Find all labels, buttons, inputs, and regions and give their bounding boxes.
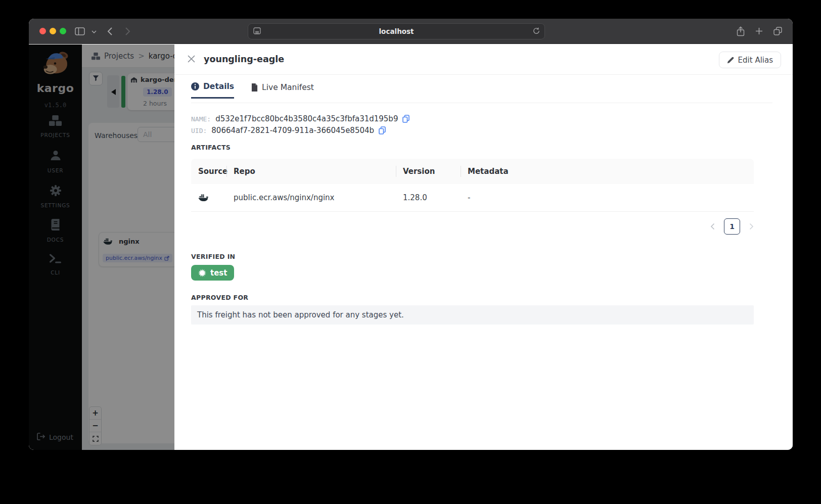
reload-icon[interactable] [533, 27, 540, 36]
stage-name: test [210, 268, 227, 278]
forward-button[interactable] [125, 27, 130, 36]
artifact-metadata: - [461, 193, 754, 202]
artifacts-heading: ARTIFACTS [191, 144, 231, 151]
zoom-window-button[interactable] [60, 28, 66, 34]
verification-burst-icon [198, 269, 206, 277]
new-tab-icon[interactable] [755, 27, 763, 35]
artifacts-table: Source Repo Version Metadata public.ecr.… [191, 159, 754, 212]
approved-for-heading: APPROVED FOR [191, 294, 248, 301]
chevron-down-icon[interactable] [92, 30, 97, 33]
freight-alias-title: youngling-eagle [204, 54, 284, 64]
file-icon [251, 83, 258, 91]
freight-details-drawer: youngling-eagle Edit Alias Detail [174, 44, 793, 450]
verified-in-heading: VERIFIED IN [191, 253, 235, 260]
info-circle-icon [191, 82, 199, 90]
browser-window: localhost [29, 19, 793, 450]
website-icon [253, 27, 261, 36]
docker-icon [198, 194, 209, 202]
prev-page-icon[interactable] [710, 223, 715, 230]
tab-overview-icon[interactable] [773, 27, 782, 35]
drawer-tabs: Details Live Manifest [191, 82, 314, 99]
url-text: localhost [248, 27, 544, 35]
tab-live-manifest[interactable]: Live Manifest [251, 82, 314, 99]
column-version: Version [396, 159, 461, 184]
web-content: kargo v1.5.0 PROJECTS USER [29, 44, 793, 450]
tabs-divider [191, 103, 772, 103]
next-page-icon[interactable] [749, 223, 754, 230]
drawer-header: youngling-eagle Edit Alias [174, 44, 793, 75]
close-icon[interactable] [188, 55, 195, 65]
minimize-window-button[interactable] [50, 28, 56, 34]
browser-titlebar: localhost [29, 19, 793, 44]
artifact-version: 1.28.0 [396, 193, 461, 202]
address-bar[interactable]: localhost [248, 23, 545, 39]
close-window-button[interactable] [39, 28, 46, 34]
share-icon[interactable] [737, 26, 745, 36]
desktop: localhost [0, 0, 821, 504]
freight-uid-row: UID: 80664af7-2821-4709-911a-366045e8504… [191, 126, 386, 135]
page-1-button[interactable]: 1 [724, 218, 740, 235]
column-repo: Repo [226, 159, 396, 184]
column-source: Source [191, 159, 226, 184]
back-button[interactable] [107, 27, 113, 36]
approved-for-empty-message: This freight has not been approved for a… [191, 305, 754, 325]
stage-badge-test[interactable]: test [191, 265, 234, 281]
sidebar-toggle-icon[interactable] [75, 27, 85, 35]
freight-uid-value: 80664af7-2821-4709-911a-366045e8504b [211, 126, 374, 135]
artifacts-pagination: 1 [191, 218, 754, 235]
tab-details[interactable]: Details [191, 82, 234, 99]
freight-name-row: NAME: d532e1f7bcc80bc4b3580c4a35c3fbfa31… [191, 114, 409, 123]
copy-icon[interactable] [402, 115, 409, 123]
artifact-repo: public.ecr.aws/nginx/nginx [226, 193, 396, 202]
freight-name-value: d532e1f7bcc80bc4b3580c4a35c3fbfa31d195b9 [215, 114, 398, 123]
uid-label: UID: [191, 127, 207, 134]
pencil-icon [727, 57, 734, 64]
column-metadata: Metadata [461, 159, 754, 184]
name-label: NAME: [191, 115, 211, 123]
artifacts-table-header: Source Repo Version Metadata [191, 159, 754, 184]
edit-alias-button[interactable]: Edit Alias [719, 52, 781, 68]
artifact-row[interactable]: public.ecr.aws/nginx/nginx 1.28.0 - [191, 184, 754, 212]
copy-icon[interactable] [379, 126, 386, 134]
